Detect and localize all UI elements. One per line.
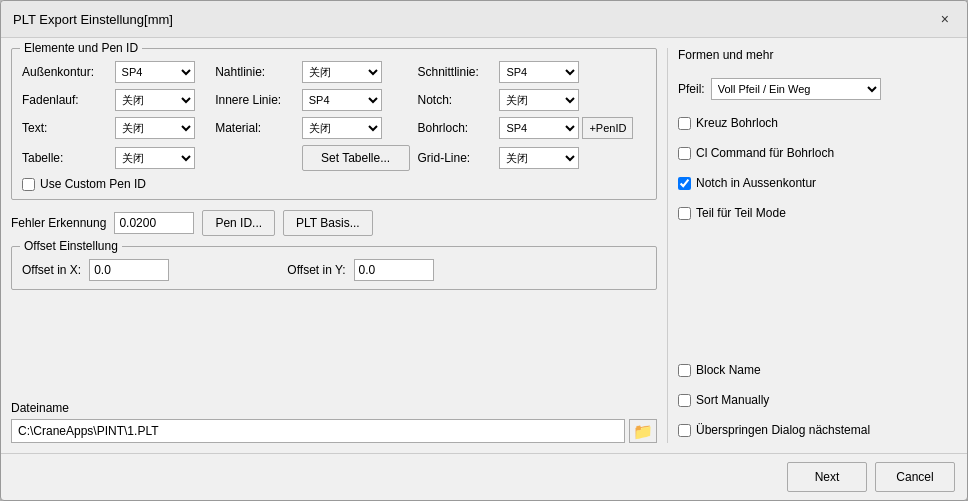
folder-icon: 📁	[633, 422, 653, 441]
dateiname-row: 📁	[11, 419, 657, 443]
custom-pen-id-row: Use Custom Pen ID	[22, 177, 646, 191]
notch-select[interactable]: 关闭SP1SP2SP3SP4	[499, 89, 579, 111]
cl-command-checkbox[interactable]	[678, 147, 691, 160]
offset-group: Offset Einstellung Offset in X: Offset i…	[11, 246, 657, 290]
fadenlauf-label: Fadenlauf:	[22, 93, 107, 107]
pfeil-row: Pfeil: Voll Pfeil / Ein Weg Offener Pfei…	[678, 78, 957, 100]
sort-manually-label[interactable]: Sort Manually	[696, 393, 769, 407]
grid-line-select[interactable]: 关闭SP1SP2SP3SP4	[499, 147, 579, 169]
dateiname-label: Dateiname	[11, 401, 657, 415]
offset-y-label: Offset in Y:	[287, 263, 345, 277]
penid-button[interactable]: +PenID	[582, 117, 633, 139]
sort-manually-row: Sort Manually	[678, 393, 957, 407]
dialog-footer: Next Cancel	[1, 453, 967, 500]
material-label: Material:	[215, 121, 294, 135]
offset-y-input[interactable]	[354, 259, 434, 281]
uberspringen-checkbox[interactable]	[678, 424, 691, 437]
cl-command-row: Cl Command für Bohrloch	[678, 146, 957, 160]
pen-id-button[interactable]: Pen ID...	[202, 210, 275, 236]
teil-mode-checkbox[interactable]	[678, 207, 691, 220]
dateiname-section: Dateiname 📁	[11, 401, 657, 443]
offset-title: Offset Einstellung	[20, 239, 122, 253]
offset-x-input[interactable]	[89, 259, 169, 281]
teil-mode-row: Teil für Teil Mode	[678, 206, 957, 220]
innere-linie-select[interactable]: SP4关闭SP1SP2SP3	[302, 89, 382, 111]
tabelle-select[interactable]: 关闭SP1SP2SP3SP4	[115, 147, 195, 169]
fehler-row: Fehler Erkennung Pen ID... PLT Basis...	[11, 210, 657, 236]
elemente-grid: Außenkontur: SP4关闭SP1SP2SP3 Nahtlinie: 关…	[22, 61, 646, 171]
right-panel: Formen und mehr Pfeil: Voll Pfeil / Ein …	[667, 48, 957, 443]
plt-basis-button[interactable]: PLT Basis...	[283, 210, 373, 236]
elemente-title: Elemente und Pen ID	[20, 41, 142, 55]
main-dialog: PLT Export Einstellung[mm] × Elemente un…	[0, 0, 968, 501]
material-select[interactable]: 关闭SP1SP2SP3SP4	[302, 117, 382, 139]
pfeil-select[interactable]: Voll Pfeil / Ein Weg Offener Pfeil Kein …	[711, 78, 881, 100]
aussenkontur-select[interactable]: SP4关闭SP1SP2SP3	[115, 61, 195, 83]
schnittlinie-select[interactable]: SP4关闭SP1SP2SP3	[499, 61, 579, 83]
notch-aussenkontur-checkbox[interactable]	[678, 177, 691, 190]
set-tabelle-button[interactable]: Set Tabelle...	[302, 145, 410, 171]
nahtlinie-label: Nahtlinie:	[215, 65, 294, 79]
offset-row: Offset in X: Offset in Y:	[22, 259, 646, 281]
schnittlinie-label: Schnittlinie:	[418, 65, 492, 79]
left-panel: Elemente und Pen ID Außenkontur: SP4关闭SP…	[11, 48, 657, 443]
dialog-body: Elemente und Pen ID Außenkontur: SP4关闭SP…	[1, 38, 967, 453]
bohrloch-row: SP4关闭SP1SP2SP3 +PenID	[499, 117, 646, 139]
pfeil-label: Pfeil:	[678, 82, 705, 96]
custom-pen-id-label[interactable]: Use Custom Pen ID	[40, 177, 146, 191]
grid-line-label: Grid-Line:	[418, 151, 492, 165]
nahtlinie-select[interactable]: 关闭SP1SP2SP3SP4	[302, 61, 382, 83]
elemente-group: Elemente und Pen ID Außenkontur: SP4关闭SP…	[11, 48, 657, 200]
cancel-button[interactable]: Cancel	[875, 462, 955, 492]
teil-mode-label[interactable]: Teil für Teil Mode	[696, 206, 786, 220]
folder-button[interactable]: 📁	[629, 419, 657, 443]
fehler-label: Fehler Erkennung	[11, 216, 106, 230]
block-name-row: Block Name	[678, 363, 957, 377]
sort-manually-checkbox[interactable]	[678, 394, 691, 407]
custom-pen-id-checkbox[interactable]	[22, 178, 35, 191]
text-select[interactable]: 关闭SP1SP2SP3SP4	[115, 117, 195, 139]
bohrloch-select[interactable]: SP4关闭SP1SP2SP3	[499, 117, 579, 139]
dialog-title: PLT Export Einstellung[mm]	[13, 12, 173, 27]
kreuz-bohrloch-checkbox[interactable]	[678, 117, 691, 130]
kreuz-bohrloch-row: Kreuz Bohrloch	[678, 116, 957, 130]
dateiname-input[interactable]	[11, 419, 625, 443]
next-button[interactable]: Next	[787, 462, 867, 492]
cl-command-label[interactable]: Cl Command für Bohrloch	[696, 146, 834, 160]
aussenkontur-label: Außenkontur:	[22, 65, 107, 79]
formen-title: Formen und mehr	[678, 48, 957, 62]
innere-linie-label: Innere Linie:	[215, 93, 294, 107]
block-name-checkbox[interactable]	[678, 364, 691, 377]
close-button[interactable]: ×	[935, 9, 955, 29]
notch-aussenkontur-label[interactable]: Notch in Aussenkontur	[696, 176, 816, 190]
notch-aussenkontur-row: Notch in Aussenkontur	[678, 176, 957, 190]
uberspringen-label[interactable]: Überspringen Dialog nächstemal	[696, 423, 870, 437]
fadenlauf-select[interactable]: 关闭SP1SP2SP3SP4	[115, 89, 195, 111]
fehler-input[interactable]	[114, 212, 194, 234]
tabelle-label: Tabelle:	[22, 151, 107, 165]
notch-label: Notch:	[418, 93, 492, 107]
kreuz-bohrloch-label[interactable]: Kreuz Bohrloch	[696, 116, 778, 130]
offset-x-label: Offset in X:	[22, 263, 81, 277]
title-bar: PLT Export Einstellung[mm] ×	[1, 1, 967, 38]
block-name-label[interactable]: Block Name	[696, 363, 761, 377]
text-label: Text:	[22, 121, 107, 135]
uberspringen-row: Überspringen Dialog nächstemal	[678, 423, 957, 437]
bohrloch-label: Bohrloch:	[418, 121, 492, 135]
